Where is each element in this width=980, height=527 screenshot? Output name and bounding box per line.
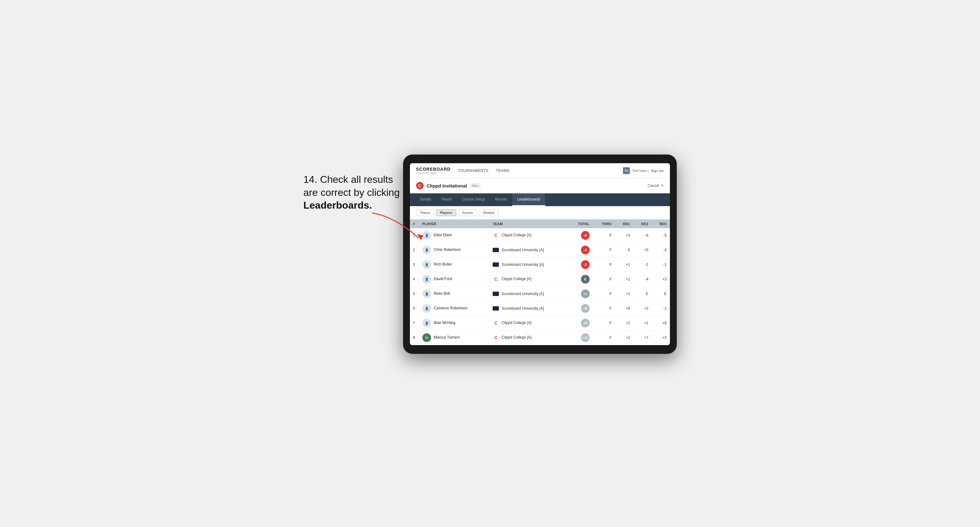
filter-strokes[interactable]: Strokes [479,209,498,216]
row-player: 👤 Chris Robertson [419,243,490,257]
row-player: 👤 David Ford [419,272,490,287]
row-rd3: -5 [652,228,670,243]
team-name: Clippd College [A] [502,277,531,281]
player-avatar: 👤 [422,260,431,269]
player-avatar: 👤 [422,289,431,298]
leaderboard-table: # PLAYER TEAM TOTAL THRU RD1 RD2 RD3 [410,219,670,345]
table-row: 3 👤 Rich Butler Scoreboard University [A… [410,257,670,272]
sign-out-link[interactable]: Sign out [651,169,663,173]
row-rd3: +6 [652,316,670,330]
cancel-button[interactable]: Cancel ✕ [648,183,663,188]
tab-course-setup[interactable]: Course Setup [457,194,490,206]
user-label: Test User | [632,169,649,173]
table-header-row: # PLAYER TEAM TOTAL THRU RD1 RD2 RD3 [410,219,670,228]
tablet-screen: SCOREBOARD Powered by clippd TOURNAMENTS… [410,163,670,345]
filter-teams[interactable]: Teams [416,209,434,216]
col-rd3: RD3 [652,219,670,228]
row-rd1: +3 [615,228,633,243]
row-total: -4 [568,243,592,257]
row-rd3: +3 [652,272,670,287]
row-total: -2 [568,257,592,272]
col-pos: # [410,219,419,228]
row-total: +11 [568,330,592,345]
tournament-header: C Clippd Invitational Men Cancel ✕ [410,178,670,194]
tab-results[interactable]: Results [490,194,512,206]
row-rd2: E [633,287,652,301]
row-rd2: -6 [633,228,652,243]
cancel-icon: ✕ [660,183,664,188]
cancel-label: Cancel [648,183,659,188]
team-name: Scoreboard University [A] [502,262,544,267]
team-logo-red: C [493,335,499,341]
row-pos: 6 [410,301,419,316]
player-avatar: 👤 [422,319,431,327]
filter-bar: Teams Players Scores Strokes [410,206,670,219]
total-badge: +11 [581,333,590,342]
row-pos: 5 [410,287,419,301]
total-badge: +1 [581,289,590,298]
tournament-title-area: C Clippd Invitational Men [416,182,480,189]
tab-details[interactable]: Details [415,194,436,206]
row-team: C Clippd College [A] [490,272,568,287]
team-name: Clippd College [A] [502,321,531,325]
row-thru: F [593,257,615,272]
row-rd2: -4 [633,272,652,287]
row-thru: F [593,243,615,257]
nav-teams[interactable]: TEAMS [496,167,510,174]
team-logo-blue [493,248,499,252]
nav-bar: SCOREBOARD Powered by clippd TOURNAMENTS… [410,163,670,178]
row-rd1: +1 [615,257,633,272]
row-rd1: +2 [615,330,633,345]
row-rd1: +2 [615,316,633,330]
team-logo-blue [493,292,499,296]
team-name: Scoreboard University [A] [502,248,544,252]
tournament-logo: C [416,182,423,189]
nav-right: TU Test User | Sign out [623,167,664,174]
row-thru: F [593,287,615,301]
row-pos: 8 [410,330,419,345]
player-name: Chris Robertson [434,248,461,252]
tab-leaderboards[interactable]: Leaderboards [512,194,545,206]
row-rd2: +2 [633,301,652,316]
filter-players[interactable]: Players [436,209,456,216]
col-rd2: RD2 [633,219,652,228]
nav-links: TOURNAMENTS TEAMS [458,167,623,174]
table-row: 5 👤 Rees Britt Scoreboard University [A]… [410,287,670,301]
row-thru: F [593,228,615,243]
row-total: +1 [568,287,592,301]
logo-area: SCOREBOARD Powered by clippd [416,167,451,175]
row-pos: 1 [410,228,419,243]
team-logo-red: C [493,276,499,282]
row-player: 👤 Blair McHarg [419,316,490,330]
row-pos: 2 [410,243,419,257]
row-total: -8 [568,228,592,243]
team-name: Scoreboard University [A] [502,292,544,296]
nav-tournaments[interactable]: TOURNAMENTS [458,167,488,174]
row-rd2: +7 [633,330,652,345]
row-rd2: +5 [633,243,652,257]
col-rd1: RD1 [615,219,633,228]
row-total: +6 [568,301,592,316]
row-rd1: +1 [615,272,633,287]
row-rd3: -1 [652,257,670,272]
instruction-text: 14. Check all results are correct by cli… [304,173,400,212]
col-player: PLAYER [419,219,490,228]
total-badge: E [581,275,590,284]
row-player: 👤 Rees Britt [419,287,490,301]
row-player: 👤 Cameron Robertson [419,301,490,316]
player-name: Cameron Robertson [434,306,468,310]
filter-scores[interactable]: Scores [458,209,477,216]
team-logo-blue [493,262,499,267]
row-thru: F [593,301,615,316]
row-team: Scoreboard University [A] [490,287,568,301]
tab-teams[interactable]: Teams [436,194,457,206]
logo-subtitle: Powered by clippd [416,171,451,175]
table-body: 1 👤 Elliot Ebert C Clippd College [A] -8… [410,228,670,345]
tabs-bar: Details Teams Course Setup Results Leade… [410,194,670,206]
instruction-number: 14. [304,174,317,185]
table-row: 8 M Marcus Turners C Clippd College [A] … [410,330,670,345]
total-badge: -8 [581,231,590,240]
tournament-badge: Men [470,183,480,188]
row-player: 👤 Rich Butler [419,257,490,272]
row-pos: 3 [410,257,419,272]
